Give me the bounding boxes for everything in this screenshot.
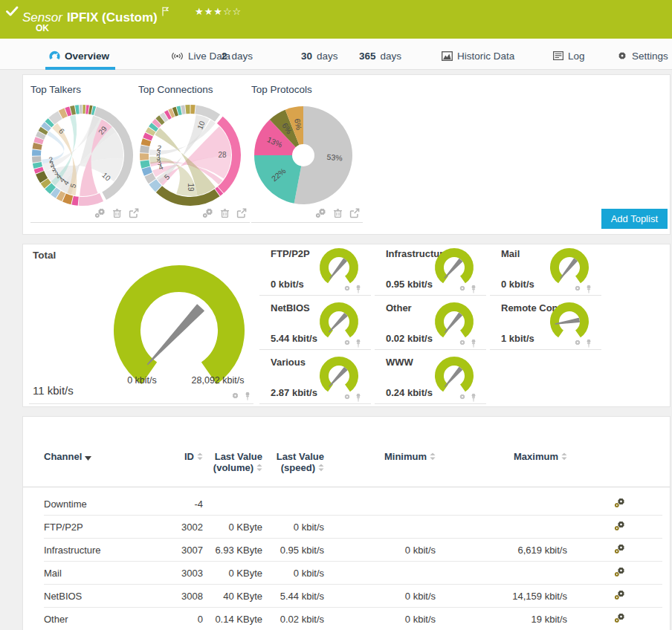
toplists-panel: Add Toplist Top Talkers 2910654443332 To… bbox=[22, 74, 671, 235]
channel-settings-button[interactable] bbox=[614, 521, 625, 531]
total-gauge-actions bbox=[231, 392, 251, 400]
tab-number: 365 bbox=[359, 51, 376, 62]
trash-icon[interactable] bbox=[333, 208, 343, 218]
cell-id: 3002 bbox=[181, 522, 203, 533]
toplist-top-protocols: Top Protocols 53%22%13%6%6% bbox=[251, 84, 363, 223]
add-toplist-button[interactable]: Add Toplist bbox=[601, 209, 668, 229]
cell-id: -4 bbox=[194, 499, 203, 510]
gauge-pin-icon[interactable] bbox=[355, 285, 362, 293]
channels-table-panel: ChannelIDLast Value(volume)Last Value(sp… bbox=[22, 416, 671, 630]
column-header-id[interactable]: ID bbox=[184, 451, 203, 462]
channel-gauge bbox=[546, 248, 592, 287]
trash-icon[interactable] bbox=[112, 208, 122, 218]
tab-settings[interactable]: Settings bbox=[617, 48, 668, 63]
tab-label: Settings bbox=[632, 51, 668, 62]
gauge-settings-icon[interactable] bbox=[574, 339, 581, 348]
table-row-infrastructure: Infrastructure 3007 6.93 KByte 0.95 kbit… bbox=[23, 539, 670, 562]
cell-id: 3003 bbox=[181, 568, 203, 579]
tab-overview[interactable]: Overview bbox=[49, 48, 109, 63]
gauge-actions bbox=[574, 339, 592, 348]
gauge-settings-icon[interactable] bbox=[459, 285, 466, 293]
column-header-line: Channel bbox=[44, 451, 91, 462]
tab-label: Log bbox=[568, 51, 585, 62]
prtg-sensor-page: { "header": { "kind": "Sensor", "title":… bbox=[0, 0, 672, 630]
channel-gauge bbox=[546, 302, 592, 341]
gauge-pin-icon[interactable] bbox=[470, 339, 477, 348]
status-check-icon bbox=[6, 6, 19, 19]
tab-log[interactable]: Log bbox=[553, 48, 585, 63]
tab-label: Overview bbox=[65, 51, 109, 62]
column-header-speed[interactable]: Last Value(speed) bbox=[277, 451, 324, 473]
external-link-icon[interactable] bbox=[129, 208, 139, 218]
priority-stars[interactable]: ★★★☆☆ bbox=[195, 6, 242, 17]
tab-2-days[interactable]: 2days bbox=[222, 48, 253, 63]
external-link-icon[interactable] bbox=[349, 208, 360, 218]
column-header-line: Last Value bbox=[213, 451, 262, 462]
gauge-actions bbox=[459, 393, 477, 402]
gauges-panel: Total 0 kbit/s 28,092 kbit/s 11 kbit/s F… bbox=[22, 244, 671, 407]
trash-icon[interactable] bbox=[220, 208, 230, 218]
toplist-top-connections: Top Connections 102819543332 bbox=[138, 84, 250, 223]
settings-icon bbox=[617, 51, 627, 61]
gauge-settings-icon[interactable] bbox=[231, 392, 239, 400]
gauge-pin-icon[interactable] bbox=[244, 392, 251, 400]
page-title: IPFIX (Custom) bbox=[67, 10, 158, 25]
cell-last-value-speed: 0.02 kbit/s bbox=[280, 614, 324, 625]
table-row-other: Other 0 0.14 KByte 0.02 kbit/s 0 kbit/s … bbox=[23, 608, 670, 630]
gauge-settings-icon[interactable] bbox=[574, 285, 581, 293]
cell-last-value-speed: 0 kbit/s bbox=[294, 522, 324, 533]
tab-365-days[interactable]: 365days bbox=[359, 48, 401, 63]
gauge-settings-icon[interactable] bbox=[459, 339, 466, 348]
column-header-volume[interactable]: Last Value(volume) bbox=[213, 451, 262, 473]
tab-label: days bbox=[232, 51, 253, 62]
table-row-downtime: Downtime -4 bbox=[23, 493, 670, 516]
gauge-channel-name: NetBIOS bbox=[271, 302, 310, 314]
column-header-channel[interactable]: Channel bbox=[44, 451, 91, 462]
channel-settings-button[interactable] bbox=[614, 544, 625, 554]
gauge-pin-icon[interactable] bbox=[585, 285, 592, 293]
cell-channel: FTP/P2P bbox=[44, 522, 83, 533]
toplist-chart[interactable]: 102819543332 bbox=[138, 103, 242, 207]
gauge-settings-icon[interactable] bbox=[343, 285, 351, 293]
column-header-min[interactable]: Minimum bbox=[384, 451, 436, 462]
gauge-pin-icon[interactable] bbox=[470, 285, 477, 293]
gauge-settings-icon[interactable] bbox=[343, 393, 351, 402]
gauge-settings-icon[interactable] bbox=[459, 393, 466, 402]
gauge-settings-icon[interactable] bbox=[343, 339, 351, 348]
channel-settings-button[interactable] bbox=[614, 613, 625, 623]
gauge-pin-icon[interactable] bbox=[585, 339, 592, 348]
gauge-pin-icon[interactable] bbox=[470, 393, 477, 402]
toplist-actions bbox=[94, 208, 139, 218]
toplist-top-talkers: Top Talkers 2910654443332 bbox=[30, 84, 142, 223]
gauge-card-mail: Mail 0 kbit/s bbox=[490, 244, 601, 296]
cell-maximum: 6,619 kbit/s bbox=[518, 545, 568, 556]
table-row-mail: Mail 3003 0 KByte 0 kbit/s bbox=[23, 562, 670, 585]
tab-number: 30 bbox=[301, 51, 312, 62]
svg-text:53%: 53% bbox=[326, 152, 343, 163]
cell-maximum: 14,159 kbit/s bbox=[512, 591, 567, 602]
toplist-chart[interactable]: 53%22%13%6%6% bbox=[251, 103, 355, 207]
tab-historic-data[interactable]: Historic Data bbox=[442, 48, 514, 63]
column-header-max[interactable]: Maximum bbox=[514, 451, 567, 462]
flag-icon[interactable] bbox=[162, 5, 169, 19]
channel-settings-button[interactable] bbox=[614, 498, 625, 508]
toplist-settings-icon[interactable] bbox=[202, 208, 213, 218]
cell-last-value-volume: 0 KByte bbox=[228, 522, 262, 533]
toplist-settings-icon[interactable] bbox=[315, 208, 326, 218]
column-header-line: ID bbox=[184, 451, 203, 462]
toplist-settings-icon[interactable] bbox=[94, 208, 106, 218]
gauge-pin-icon[interactable] bbox=[355, 393, 362, 402]
tab-30-days[interactable]: 30days bbox=[301, 48, 338, 63]
channel-settings-button[interactable] bbox=[614, 567, 625, 577]
cell-last-value-volume: 40 KByte bbox=[223, 591, 262, 602]
gauge-pin-icon[interactable] bbox=[355, 339, 362, 348]
cell-channel: Mail bbox=[44, 568, 62, 579]
stars-filled: ★★★ bbox=[195, 6, 223, 17]
external-link-icon[interactable] bbox=[236, 208, 247, 218]
gauge-channel-name: FTP/P2P bbox=[271, 248, 310, 259]
gauge-channel-name: WWW bbox=[386, 357, 413, 368]
toplist-chart[interactable]: 2910654443332 bbox=[30, 103, 135, 207]
tab-number: 2 bbox=[222, 51, 227, 62]
channel-gauge bbox=[316, 357, 362, 395]
channel-settings-button[interactable] bbox=[614, 590, 625, 600]
